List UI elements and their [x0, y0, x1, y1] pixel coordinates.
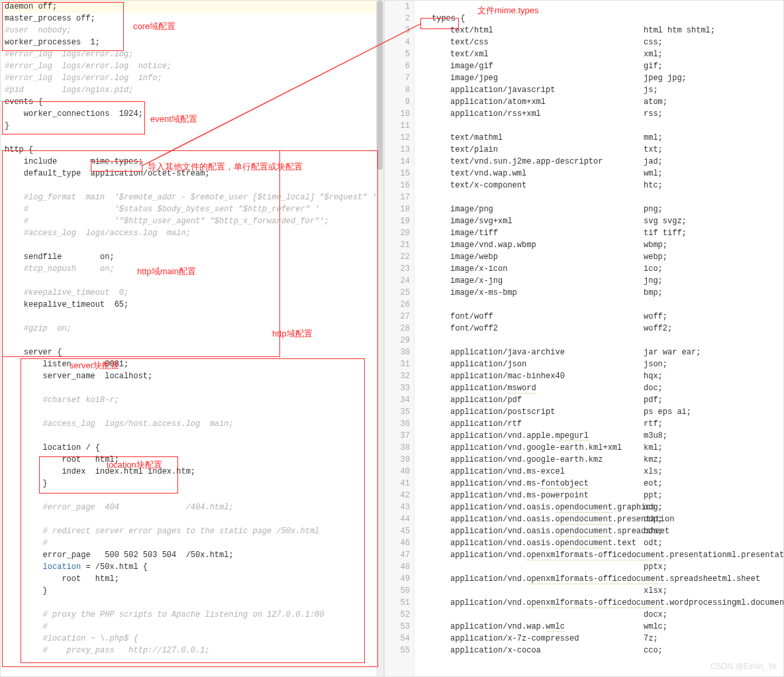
code-line: include mime.types; — [5, 156, 379, 168]
code-line: application/vnd.ms-excelxls; — [418, 466, 779, 478]
line-number: 6 — [389, 60, 410, 72]
code-line: master_process off; — [5, 13, 379, 25]
right-code-area[interactable]: types {text/htmlhtml htm shtml;text/cssc… — [415, 1, 783, 676]
code-line: #log_format main '$remote_addr - $remote… — [5, 191, 379, 203]
line-number: 17 — [389, 191, 410, 203]
code-line — [5, 239, 379, 251]
code-line: #error_log logs/error.log; — [5, 48, 379, 60]
line-number: 30 — [389, 346, 410, 358]
code-line: } — [5, 120, 379, 132]
code-line: # proxy the PHP scripts to Apache listen… — [5, 609, 379, 621]
line-number: 54 — [389, 633, 410, 645]
code-line: worker_processes 1; — [5, 36, 379, 48]
line-number: 18 — [389, 203, 410, 215]
line-number: 13 — [389, 144, 410, 156]
code-line: #gzip on; — [5, 323, 379, 335]
code-line: application/vnd.openxmlformats-officedoc… — [418, 549, 779, 561]
code-line: application/vnd.oasis.opendocument.texto… — [418, 537, 779, 549]
line-number: 27 — [389, 311, 410, 323]
code-line: xlsx; — [418, 585, 779, 597]
line-number: 44 — [389, 513, 410, 525]
code-line: application/rss+xmlrss; — [418, 108, 779, 120]
line-number: 36 — [389, 418, 410, 430]
line-number: 10 — [389, 108, 410, 120]
line-number: 14 — [389, 156, 410, 168]
code-line: daemon off; — [5, 1, 379, 13]
line-number: 40 — [389, 466, 410, 478]
code-line: application/mac-binhex40hqx; — [418, 370, 779, 382]
code-line: # — [5, 537, 379, 549]
code-line: application/msworddoc; — [418, 382, 779, 394]
code-line — [418, 120, 779, 132]
code-line: index index.html index.htm; — [5, 466, 379, 478]
code-line: text/xmlxml; — [418, 48, 779, 60]
line-number: 8 — [389, 84, 410, 96]
code-line: text/plaintxt; — [418, 144, 779, 156]
line-number: 20 — [389, 227, 410, 239]
line-number: 50 — [389, 585, 410, 597]
line-number: 55 — [389, 645, 410, 656]
left-code-area[interactable]: daemon off;master_process off;#user nobo… — [1, 1, 383, 676]
code-line: application/vnd.oasis.opendocument.sprea… — [418, 525, 779, 537]
code-line: application/vnd.apple.mpegurlm3u8; — [418, 430, 779, 442]
code-line — [5, 406, 379, 418]
line-number: 43 — [389, 501, 410, 513]
line-number: 16 — [389, 180, 410, 191]
watermark: CSDN @Eshin_Ye — [710, 662, 777, 671]
line-number: 46 — [389, 537, 410, 549]
code-line — [5, 275, 379, 287]
code-line: events { — [5, 96, 379, 108]
code-line: application/vnd.ms-powerpointppt; — [418, 490, 779, 501]
code-line: pptx; — [418, 561, 779, 573]
line-number: 51 — [389, 597, 410, 609]
code-line: application/vnd.ms-fontobjecteot; — [418, 478, 779, 490]
code-line — [5, 132, 379, 144]
line-number: 28 — [389, 323, 410, 335]
line-number: 29 — [389, 335, 410, 346]
code-line: } — [5, 585, 379, 597]
code-line: # '"$http_user_agent" "$http_x_forwarded… — [5, 215, 379, 227]
code-line: #tcp_nopush on; — [5, 263, 379, 275]
code-line: image/gifgif; — [418, 60, 779, 72]
line-number: 24 — [389, 275, 410, 287]
left-scrollbar[interactable] — [376, 1, 383, 676]
left-scroll-thumb[interactable] — [377, 1, 383, 170]
line-number: 15 — [389, 168, 410, 180]
code-line — [5, 513, 379, 525]
code-line: font/woffwoff; — [418, 311, 779, 323]
code-line: #error_page 404 /404.html; — [5, 501, 379, 513]
code-line: application/vnd.google-earth.kml+xmlkml; — [418, 442, 779, 454]
line-number: 9 — [389, 96, 410, 108]
code-line: listen 8081; — [5, 358, 379, 370]
line-number: 31 — [389, 358, 410, 370]
code-line: image/x-jngjng; — [418, 275, 779, 287]
code-line: image/tifftif tiff; — [418, 227, 779, 239]
code-line: sendfile on; — [5, 251, 379, 263]
code-line: keepalive_timeout 65; — [5, 299, 379, 311]
code-line: application/postscriptps eps ai; — [418, 406, 779, 418]
code-line — [5, 490, 379, 501]
code-line: root html; — [5, 573, 379, 585]
line-number: 35 — [389, 406, 410, 418]
code-line: application/javascriptjs; — [418, 84, 779, 96]
code-line: types { — [418, 13, 779, 25]
line-number: 42 — [389, 490, 410, 501]
line-number: 25 — [389, 287, 410, 299]
code-line: # proxy_pass http://127.0.0.1; — [5, 645, 379, 656]
line-number: 48 — [389, 561, 410, 573]
line-number: 12 — [389, 132, 410, 144]
code-line: location / { — [5, 442, 379, 454]
code-line: text/htmlhtml htm shtml; — [418, 25, 779, 36]
line-number: 37 — [389, 430, 410, 442]
line-number: 38 — [389, 442, 410, 454]
code-line — [418, 191, 779, 203]
code-line — [5, 382, 379, 394]
code-line: docx; — [418, 609, 779, 621]
code-line: image/webpwebp; — [418, 251, 779, 263]
code-line: text/vnd.sun.j2me.app-descriptorjad; — [418, 156, 779, 168]
code-line: application/vnd.google-earth.kmzkmz; — [418, 454, 779, 466]
code-line: application/jsonjson; — [418, 358, 779, 370]
code-line: application/x-cocoacco; — [418, 645, 779, 656]
code-line — [5, 430, 379, 442]
code-line: #access_log logs/access.log main; — [5, 227, 379, 239]
